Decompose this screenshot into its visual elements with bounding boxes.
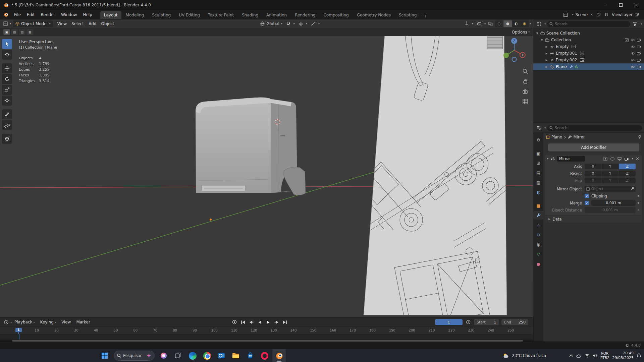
timeline-menu-keying[interactable]: Keying▾ bbox=[38, 320, 59, 324]
current-frame-field[interactable]: 1 bbox=[435, 319, 463, 325]
data-subpanel-header[interactable]: ▶ Data bbox=[545, 215, 642, 223]
clock[interactable]: 20:49 29/03/2025 bbox=[612, 351, 634, 361]
outliner-row-collection[interactable]: ▼ Collection ✓ bbox=[533, 37, 644, 43]
expand-arrow-icon[interactable]: ▶ bbox=[544, 59, 549, 62]
merge-threshold-field[interactable]: 0.001 m bbox=[591, 200, 636, 206]
tool-rotate[interactable] bbox=[2, 74, 12, 84]
scene-dropdown-icon[interactable] bbox=[562, 11, 569, 18]
tool-annotate[interactable] bbox=[2, 109, 12, 119]
tab-physics[interactable]: ⊙ bbox=[533, 230, 543, 239]
viewport-menu-view[interactable]: View bbox=[55, 21, 69, 26]
tab-constraints[interactable]: ◉ bbox=[533, 240, 543, 249]
render-toggle-icon[interactable] bbox=[624, 156, 630, 162]
flip-x-button[interactable]: X bbox=[585, 178, 601, 183]
maximize-button[interactable] bbox=[613, 0, 629, 10]
blender-menu-button[interactable] bbox=[0, 12, 11, 17]
menu-help[interactable]: Help bbox=[80, 10, 95, 19]
select-set-button[interactable]: ▣ bbox=[3, 29, 10, 35]
tab-shading[interactable]: Shading bbox=[238, 11, 262, 19]
chrome-button[interactable] bbox=[200, 349, 214, 362]
hide-eye-icon[interactable] bbox=[631, 65, 635, 68]
playback-sync-icon[interactable] bbox=[465, 319, 471, 325]
edge-button[interactable] bbox=[186, 349, 199, 362]
shading-rendered-button[interactable]: ◉ bbox=[520, 20, 529, 27]
mode-dropdown[interactable]: Object Mode ▾ bbox=[13, 20, 53, 27]
tab-render[interactable]: ▣ bbox=[533, 149, 543, 158]
tab-modeling[interactable]: Modeling bbox=[122, 11, 148, 19]
outliner-item-label[interactable]: Collection bbox=[551, 38, 571, 42]
outliner-search-input[interactable] bbox=[555, 22, 628, 26]
menu-render[interactable]: Render bbox=[38, 10, 58, 19]
expand-arrow-icon[interactable]: ▶ bbox=[544, 45, 549, 48]
outliner-row-empty[interactable]: ▶ Empty bbox=[533, 43, 644, 50]
blender-taskbar-button[interactable] bbox=[272, 349, 286, 362]
modifier-name-field[interactable]: Mirror bbox=[557, 156, 585, 162]
shading-material-button[interactable]: ◐ bbox=[512, 20, 520, 27]
tray-chevron-up-icon[interactable] bbox=[569, 354, 573, 357]
viewport-menu-object[interactable]: Object bbox=[99, 21, 116, 26]
tab-geometry-nodes[interactable]: Geometry Nodes bbox=[353, 11, 394, 19]
viewlayer-selector[interactable]: ViewLayer bbox=[612, 12, 639, 17]
timeline-menu-view[interactable]: View bbox=[59, 320, 73, 324]
outliner-row-empty-002[interactable]: ▶ Empty.002 bbox=[533, 57, 644, 63]
tab-rendering[interactable]: Rendering bbox=[291, 11, 319, 19]
bisect-z-button[interactable]: Z bbox=[619, 171, 636, 176]
timeline-editor-type-button[interactable] bbox=[3, 319, 9, 325]
pan-hand-icon[interactable] bbox=[522, 78, 528, 84]
navigation-gizmo[interactable]: Z X bbox=[501, 36, 528, 63]
outliner-item-label[interactable]: Empty.001 bbox=[556, 51, 577, 56]
scene-selector[interactable]: Scene ✕ bbox=[575, 12, 601, 17]
snap-toggle[interactable]: ▾ bbox=[285, 20, 295, 27]
tab-layout[interactable]: Layout bbox=[100, 11, 121, 19]
gizmo-x-label[interactable]: X bbox=[522, 54, 524, 57]
task-view-button[interactable] bbox=[171, 349, 185, 362]
tab-sculpting[interactable]: Sculpting bbox=[148, 11, 174, 19]
jump-to-start-button[interactable] bbox=[240, 319, 246, 325]
playhead[interactable]: 1 bbox=[15, 328, 22, 332]
file-explorer-button[interactable] bbox=[229, 349, 243, 362]
breadcrumb-modifier[interactable]: Mirror bbox=[574, 135, 585, 139]
axis-y-button[interactable]: Y bbox=[602, 164, 619, 169]
close-modifier-icon[interactable] bbox=[635, 156, 640, 162]
viewport-menu-select[interactable]: Select bbox=[69, 21, 86, 26]
tool-measure[interactable] bbox=[2, 120, 12, 130]
start-button[interactable] bbox=[98, 349, 111, 362]
minimize-button[interactable] bbox=[598, 0, 613, 10]
decorator-dot[interactable] bbox=[638, 209, 639, 211]
end-frame-field[interactable]: End250 bbox=[501, 319, 528, 325]
realtime-toggle-icon[interactable] bbox=[617, 156, 623, 162]
hide-eye-icon[interactable] bbox=[631, 59, 635, 62]
outliner-search[interactable] bbox=[547, 21, 630, 27]
select-intersect-button[interactable]: ▦ bbox=[26, 29, 33, 35]
timeline-menu-playback[interactable]: Playback▾ bbox=[12, 320, 38, 324]
hide-eye-icon[interactable] bbox=[631, 52, 635, 55]
play-button[interactable] bbox=[265, 319, 271, 325]
tab-compositing[interactable]: Compositing bbox=[320, 11, 352, 19]
outliner-row-scene-collection[interactable]: ▼ Scene Collection bbox=[533, 30, 644, 37]
outliner-row-empty-001[interactable]: ▶ Empty.001 bbox=[533, 50, 644, 57]
decorator-dot[interactable] bbox=[638, 202, 639, 204]
tab-scene[interactable]: ▧ bbox=[533, 178, 543, 187]
falloff-dropdown[interactable]: ▾ bbox=[310, 20, 320, 27]
tab-world[interactable]: ◐ bbox=[533, 188, 543, 196]
language-indicator[interactable]: POR PTB2 bbox=[600, 351, 609, 360]
timeline-menu-marker[interactable]: Marker bbox=[73, 320, 93, 324]
edit-mode-toggle-icon[interactable] bbox=[610, 156, 615, 162]
tool-cursor[interactable] bbox=[2, 50, 12, 60]
shading-wireframe-button[interactable]: ◌ bbox=[495, 20, 503, 27]
show-gizmo-toggle[interactable]: ▾ bbox=[464, 20, 473, 27]
timeline-ruler[interactable]: 1 10203040506070809010011012013014015016… bbox=[0, 327, 533, 334]
tool-move[interactable] bbox=[2, 63, 12, 73]
ortho-grid-icon[interactable] bbox=[522, 99, 528, 105]
play-reverse-button[interactable] bbox=[257, 319, 263, 325]
scene-new-icon[interactable] bbox=[596, 12, 601, 17]
next-keyframe-button[interactable] bbox=[273, 319, 279, 325]
copilot-button[interactable] bbox=[157, 349, 170, 362]
breadcrumb-object[interactable]: Plane bbox=[551, 135, 562, 139]
weather-widget[interactable]: 23°C Chuva fraca bbox=[503, 349, 546, 362]
properties-search-input[interactable] bbox=[555, 126, 640, 130]
axis-z-button[interactable]: Z bbox=[619, 164, 636, 169]
auto-keying-button[interactable] bbox=[231, 319, 237, 325]
tab-modifiers[interactable] bbox=[533, 211, 543, 220]
add-modifier-button[interactable]: Add Modifier bbox=[548, 143, 639, 152]
